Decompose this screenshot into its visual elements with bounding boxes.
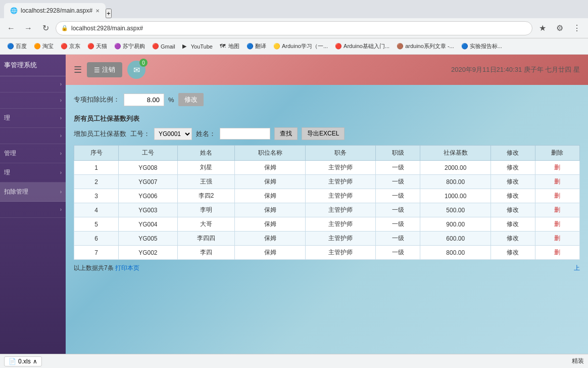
modify-link[interactable]: 修改 <box>507 164 519 171</box>
bookmark-tianmao[interactable]: 🔴天猫 <box>84 41 110 51</box>
bookmark-star-button[interactable]: ★ <box>535 21 550 35</box>
hamburger-button[interactable]: ☰ <box>74 64 82 75</box>
cell-emp-id: YG007 <box>119 175 178 189</box>
modify-link[interactable]: 修改 <box>507 192 519 199</box>
cell-delete[interactable]: 删 <box>535 175 579 189</box>
bookmark-youtube[interactable]: ▶YouTube <box>179 42 216 51</box>
cell-emp-id: YG005 <box>119 232 178 246</box>
cell-delete[interactable]: 删 <box>535 189 579 203</box>
delete-link[interactable]: 删 <box>554 249 560 256</box>
cell-delete[interactable]: 删 <box>535 161 579 175</box>
delete-link[interactable]: 删 <box>554 235 560 242</box>
delete-link[interactable]: 删 <box>554 206 560 213</box>
modify-link[interactable]: 修改 <box>507 249 519 256</box>
bookmark-taobao[interactable]: 🟠淘宝 <box>31 41 57 51</box>
main-content: 专项扣除比例： % 修改 所有员工社保基数列表 增加员工社保基数 工号： YG0… <box>66 85 588 368</box>
cell-name: 刘星 <box>177 161 235 175</box>
modify-link[interactable]: 修改 <box>507 206 519 213</box>
deduction-modify-button[interactable]: 修改 <box>178 93 204 106</box>
sidebar-item-control-label: 理 <box>4 168 10 177</box>
bookmark-maps[interactable]: 🗺地图 <box>217 41 242 51</box>
table-row: 2 YG007 王强 保姆 主管护师 一级 800.00 修改 删 <box>74 175 580 189</box>
extensions-button[interactable]: ⚙ <box>553 21 567 35</box>
cell-position: 保姆 <box>235 246 306 260</box>
modify-link[interactable]: 修改 <box>507 178 519 185</box>
delete-link[interactable]: 删 <box>554 164 560 171</box>
bookmark-arduino3[interactable]: 🟤arduino系列文章 -... <box>394 41 457 51</box>
menu-button[interactable]: ⋮ <box>570 21 584 35</box>
col-level: 职级 <box>376 146 420 161</box>
cell-insurance: 2000.00 <box>420 161 491 175</box>
cell-delete[interactable]: 删 <box>535 217 579 232</box>
bookmark-baidu[interactable]: 🔵百度 <box>4 41 30 51</box>
message-icon: ✉ <box>133 65 140 75</box>
cell-modify[interactable]: 修改 <box>491 232 535 246</box>
col-modify: 修改 <box>491 146 535 161</box>
cell-modify[interactable]: 修改 <box>491 189 535 203</box>
active-tab[interactable]: 🌐 localhost:2928/main.aspx# ✕ <box>4 3 106 18</box>
top-link[interactable]: 上 <box>574 264 580 272</box>
bookmark-gmail[interactable]: 🔴Gmail <box>149 42 178 51</box>
cell-modify[interactable]: 修改 <box>491 175 535 189</box>
sidebar-item-control[interactable]: 理 › <box>0 163 66 182</box>
cell-seq: 7 <box>74 246 119 260</box>
search-button[interactable]: 查找 <box>274 127 298 140</box>
forward-button[interactable]: → <box>21 21 35 35</box>
chevron-icon-2: › <box>60 98 62 103</box>
sidebar-item-admin[interactable]: 管理 › <box>0 144 66 163</box>
cell-insurance: 800.00 <box>420 175 491 189</box>
address-bar[interactable]: 🔒 localhost:2928/main.aspx# <box>56 21 532 35</box>
name-search-input[interactable] <box>220 128 270 140</box>
cell-modify[interactable]: 修改 <box>491 246 535 260</box>
delete-link[interactable]: 删 <box>554 192 560 199</box>
new-tab-button[interactable]: + <box>106 9 112 18</box>
modify-link[interactable]: 修改 <box>507 220 519 227</box>
sidebar-item-8[interactable]: › <box>0 202 66 218</box>
table-row: 3 YG006 李四2 保姆 主管护师 一级 1000.00 修改 删 <box>74 189 580 203</box>
cell-level: 一级 <box>376 232 420 246</box>
bookmark-arduino1[interactable]: 🟡Arduino学习（一... <box>270 41 331 51</box>
delete-link[interactable]: 删 <box>554 178 560 185</box>
download-filename: 0.xls <box>18 358 31 365</box>
sidebar-item-2[interactable]: › <box>0 93 66 109</box>
sidebar-item-manage[interactable]: 理 › <box>0 109 66 128</box>
bookmark-translate[interactable]: 🔵翻译 <box>243 41 269 51</box>
search-row: 增加员工社保基数 工号： YG0001 姓名： 查找 导出EXCEL <box>74 127 580 140</box>
bookmark-jingdong[interactable]: 🔴京东 <box>58 41 83 51</box>
back-button[interactable]: ← <box>4 21 18 35</box>
cell-modify[interactable]: 修改 <box>491 161 535 175</box>
chevron-icon-7: › <box>60 189 62 195</box>
sidebar-item-deduction[interactable]: 扣除管理 › <box>0 182 66 202</box>
cell-insurance: 600.00 <box>420 232 491 246</box>
print-link[interactable]: 打印本页 <box>115 264 139 271</box>
sidebar-item-1[interactable]: › <box>0 76 66 93</box>
cell-insurance: 1000.00 <box>420 189 491 203</box>
cell-modify[interactable]: 修改 <box>491 203 535 217</box>
cell-delete[interactable]: 删 <box>535 203 579 217</box>
chevron-icon-1: › <box>60 81 62 87</box>
cell-level: 一级 <box>376 189 420 203</box>
table-row: 6 YG005 李四四 保姆 主管护师 一级 600.00 修改 删 <box>74 232 580 246</box>
logout-button[interactable]: ☰ 注销 <box>87 62 122 77</box>
refresh-button[interactable]: ↻ <box>38 21 53 35</box>
bookmark-suning[interactable]: 🟣苏宁易购 <box>111 41 148 51</box>
bookmark-report[interactable]: 🔵实验报告标... <box>458 41 505 51</box>
cell-modify[interactable]: 修改 <box>491 217 535 232</box>
download-chevron-icon: ∧ <box>33 358 37 365</box>
export-excel-button[interactable]: 导出EXCEL <box>302 127 345 140</box>
deduction-input[interactable] <box>124 94 164 106</box>
emp-id-select[interactable]: YG0001 <box>154 128 192 140</box>
bookmark-arduino2[interactable]: 🔴Arduino基础入门... <box>332 41 393 51</box>
cell-delete[interactable]: 删 <box>535 232 579 246</box>
modify-link[interactable]: 修改 <box>507 235 519 242</box>
delete-link[interactable]: 删 <box>554 220 560 227</box>
download-item[interactable]: 📄 0.xls ∧ <box>4 356 42 366</box>
arduino2-favicon: 🔴 <box>335 43 342 50</box>
col-position: 职位名称 <box>235 146 306 161</box>
emp-id-label: 工号： <box>130 129 150 139</box>
tab-close-icon[interactable]: ✕ <box>95 8 100 14</box>
col-emp-id: 工号 <box>119 146 178 161</box>
cell-delete[interactable]: 删 <box>535 246 579 260</box>
sidebar-item-4[interactable]: › <box>0 128 66 144</box>
message-button[interactable]: ✉ 0 <box>127 61 145 79</box>
